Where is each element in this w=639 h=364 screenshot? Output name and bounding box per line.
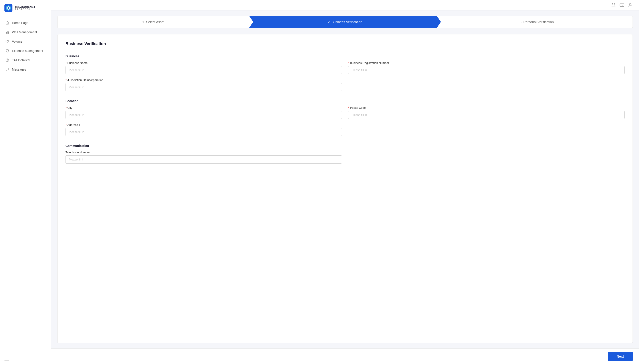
business-row-2: * Jurisdiction Of Incorporation [66, 78, 624, 91]
sidebar-item-tat-detailed[interactable]: TAT Detailed [0, 56, 51, 65]
business-name-group: * Business Name [66, 61, 342, 74]
step-personal-verification[interactable]: 3. Personal Verification [441, 16, 632, 28]
sidebar-nav: Home Page Well Management Volume [0, 16, 51, 354]
hamburger-button[interactable] [5, 358, 47, 360]
communication-section-title: Communication [66, 144, 624, 148]
postal-code-label: * Postal Code [348, 106, 624, 110]
section-divider-2 [66, 140, 624, 144]
svg-rect-6 [6, 32, 7, 34]
business-name-label: * Business Name [66, 61, 342, 64]
jurisdiction-required: * [66, 78, 67, 82]
notification-icon[interactable] [611, 3, 616, 8]
sidebar-item-volume[interactable]: Volume [0, 37, 51, 46]
sidebar-item-home-label: Home Page [12, 21, 29, 25]
step-select-asset[interactable]: 1. Select Asset [58, 16, 249, 28]
svg-rect-9 [620, 4, 624, 7]
address1-required: * [66, 123, 67, 126]
logo-text: TREASURENET PROTOCOL [15, 6, 36, 11]
form-title: Business Verification [66, 42, 624, 50]
stepper: 1. Select Asset 2. Business Verification… [57, 16, 633, 28]
step-business-verification[interactable]: 2. Business Verification [249, 16, 441, 28]
postal-code-group: * Postal Code [348, 106, 624, 119]
business-name-input[interactable] [66, 66, 342, 74]
svg-rect-5 [8, 31, 9, 32]
next-button[interactable]: Next [608, 352, 633, 361]
svg-rect-4 [6, 31, 7, 32]
logo: TREASURENET PROTOCOL [0, 0, 51, 16]
grid-icon [5, 30, 9, 34]
content-area: 1. Select Asset 2. Business Verification… [51, 10, 639, 348]
business-section-title: Business [66, 54, 624, 58]
jurisdiction-input[interactable] [66, 83, 342, 91]
city-input[interactable] [66, 111, 342, 119]
form-card: Business Verification Business * Busines… [57, 34, 633, 343]
main-content: 1. Select Asset 2. Business Verification… [51, 0, 639, 364]
address1-group: * Address 1 [66, 123, 342, 136]
address1-input[interactable] [66, 128, 342, 136]
home-icon [5, 21, 9, 25]
sidebar: TREASURENET PROTOCOL Home Page Well Mana… [0, 0, 51, 364]
wallet-icon[interactable] [619, 3, 624, 8]
business-row-1: * Business Name * Business Registration … [66, 61, 624, 74]
business-reg-number-input[interactable] [348, 66, 624, 74]
clock-icon [5, 58, 9, 62]
business-name-required: * [66, 61, 67, 64]
location-section-title: Location [66, 99, 624, 103]
sidebar-item-messages-label: Messages [12, 68, 26, 71]
telephone-label: Telephone Number [66, 151, 342, 154]
location-row-2: * Address 1 [66, 123, 624, 136]
jurisdiction-group: * Jurisdiction Of Incorporation [66, 78, 342, 91]
sidebar-item-well-management-label: Well Management [12, 30, 37, 34]
step-1-label: 1. Select Asset [142, 20, 164, 24]
user-icon[interactable] [628, 3, 633, 8]
city-required: * [66, 106, 67, 110]
svg-rect-7 [8, 32, 9, 34]
logo-icon [5, 4, 13, 12]
sidebar-item-volume-label: Volume [12, 40, 23, 43]
business-reg-number-label: * Business Registration Number [348, 61, 624, 64]
sidebar-item-tat-detailed-label: TAT Detailed [12, 58, 30, 62]
sidebar-item-messages[interactable]: Messages [0, 65, 51, 74]
sidebar-item-well-management[interactable]: Well Management [0, 28, 51, 37]
telephone-input[interactable] [66, 155, 342, 164]
step-2-label: 2. Business Verification [328, 20, 362, 24]
topbar [51, 0, 639, 10]
location-row-1: * City * Postal Code [66, 106, 624, 119]
telephone-group: Telephone Number [66, 151, 342, 164]
sidebar-footer [0, 354, 51, 364]
city-label: * City [66, 106, 342, 110]
shield-icon [5, 49, 9, 53]
city-group: * City [66, 106, 342, 119]
section-divider-1 [66, 95, 624, 99]
sidebar-item-expense-management-label: Expense Management [12, 49, 43, 52]
message-icon [5, 68, 9, 72]
step-3-label: 3. Personal Verification [520, 20, 554, 24]
business-reg-number-group: * Business Registration Number [348, 61, 624, 74]
communication-row-1: Telephone Number [66, 151, 624, 164]
sidebar-item-home[interactable]: Home Page [0, 18, 51, 28]
business-reg-required: * [348, 61, 349, 64]
address1-label: * Address 1 [66, 123, 342, 126]
volume-icon [5, 40, 9, 44]
postal-code-input[interactable] [348, 111, 624, 119]
bottom-bar: Next [51, 348, 639, 364]
sidebar-item-expense-management[interactable]: Expense Management [0, 46, 51, 56]
jurisdiction-label: * Jurisdiction Of Incorporation [66, 78, 342, 82]
svg-point-10 [629, 3, 631, 5]
postal-code-required: * [348, 106, 349, 110]
